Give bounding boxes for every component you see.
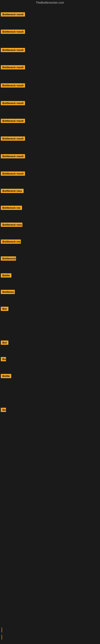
bottleneck-badge: Bo <box>1 357 6 361</box>
bottleneck-badge: Bottle <box>1 374 11 378</box>
bottleneck-row <box>0 525 1 527</box>
bottleneck-row: Bottleneck result <box>0 47 25 54</box>
bottleneck-row <box>0 634 2 640</box>
bottleneck-badge: Bottlenec <box>1 290 15 294</box>
bottleneck-row <box>0 559 1 561</box>
bottleneck-badge: Bottle <box>1 273 11 278</box>
bottleneck-row: Bottleneck res <box>0 239 21 245</box>
bottleneck-row <box>0 441 1 442</box>
bottleneck-badge: Bottleneck resu <box>1 189 24 193</box>
bottleneck-badge: Bottleneck result <box>1 30 25 34</box>
bottleneck-row <box>0 576 1 578</box>
bottleneck-row: Bo <box>0 356 6 363</box>
bottleneck-row <box>0 627 2 633</box>
bottleneck-badge: Bottleneck result <box>1 136 25 141</box>
bottleneck-row: Bottleneck res <box>0 205 22 212</box>
bottleneck-row <box>0 323 1 324</box>
bottleneck-row: Bottleneck result <box>0 171 25 177</box>
bottleneck-row <box>0 593 1 594</box>
bottleneck-badge: Bottleneck resu <box>1 222 22 227</box>
bottleneck-row: Bot <box>0 340 8 346</box>
bottleneck-row <box>0 610 1 612</box>
bottleneck-badge: Bottleneck <box>1 256 16 260</box>
bottleneck-row <box>0 542 1 544</box>
bottleneck-row: Bottleneck result <box>0 12 25 18</box>
bottleneck-row: Bot <box>0 306 8 312</box>
bottleneck-row: Bottleneck <box>0 256 16 262</box>
bottleneck-row: Bottleneck result <box>0 118 25 124</box>
vertical-line-indicator <box>1 635 2 640</box>
bottleneck-row <box>0 390 1 392</box>
bottleneck-badge: Bo <box>1 408 6 412</box>
bottleneck-badge: Bottleneck res <box>1 240 21 244</box>
bottleneck-badge: Bottleneck result <box>1 172 25 176</box>
bottleneck-badge: Bot <box>1 307 8 311</box>
bottleneck-badge: Bottleneck result <box>1 154 25 158</box>
bottleneck-badge: Bot <box>1 340 8 345</box>
bottleneck-row: Bottlenec <box>0 289 15 296</box>
bottleneck-row <box>0 508 1 510</box>
bottleneck-row <box>0 458 1 459</box>
bottleneck-badge: Bottleneck result <box>1 12 25 16</box>
bottleneck-row: Bottleneck result <box>0 100 25 107</box>
bottleneck-row: Bottleneck result <box>0 136 25 142</box>
bottleneck-row <box>0 492 1 493</box>
bottleneck-row: Bottleneck result <box>0 29 25 36</box>
bottleneck-badge: Bottleneck res <box>1 206 22 210</box>
bottleneck-badge: Bottleneck result <box>1 83 25 88</box>
bottleneck-row: Bottleneck result <box>0 64 25 71</box>
bottleneck-row: Bottle <box>0 272 11 279</box>
bottleneck-row: Bottleneck resu <box>0 222 22 228</box>
bottleneck-badge: Bottleneck result <box>1 119 25 123</box>
bottleneck-badge: Bottleneck result <box>1 101 25 105</box>
bottleneck-row: Bottle <box>0 373 11 380</box>
bottleneck-row: Bo <box>0 407 6 414</box>
bottleneck-badge: Bottleneck result <box>1 48 25 52</box>
vertical-line-indicator <box>1 628 2 632</box>
bottleneck-row: Bottleneck result <box>0 82 25 89</box>
bottleneck-row: Bottleneck resu <box>0 188 24 194</box>
bottleneck-row <box>0 424 1 426</box>
bottleneck-badge: Bottleneck result <box>1 65 25 70</box>
bottleneck-row <box>0 474 1 476</box>
bottleneck-row: Bottleneck result <box>0 153 25 160</box>
